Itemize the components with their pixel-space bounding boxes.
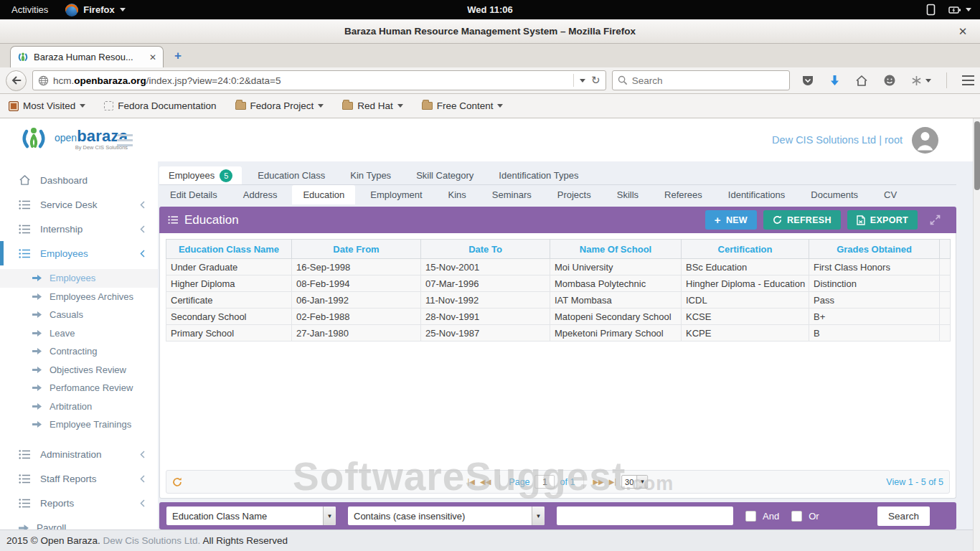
search-bar[interactable] <box>612 70 790 90</box>
new-button[interactable]: + NEW <box>705 210 757 230</box>
pager-prev-button[interactable]: ◀◀ <box>480 478 491 486</box>
export-button[interactable]: EXPORT <box>847 210 918 230</box>
system-menu[interactable] <box>948 5 971 15</box>
subtab-skills[interactable]: Skills <box>606 185 649 204</box>
page-number-input[interactable] <box>535 475 555 489</box>
refresh-button[interactable]: REFRESH <box>763 210 841 230</box>
tab-education-class[interactable]: Education Class <box>248 166 334 184</box>
submenu-item-arbitration[interactable]: Arbitration <box>0 397 158 416</box>
bookmark-free-content[interactable]: Free Content <box>422 100 504 111</box>
sidebar-item-employees[interactable]: Employees <box>0 241 158 265</box>
filter-field-select[interactable]: Education Class Name ▼ <box>166 507 336 525</box>
column-header[interactable]: Certification <box>682 240 809 259</box>
addon-menu[interactable] <box>911 75 931 86</box>
subtab-identifications[interactable]: Identifications <box>717 185 796 204</box>
filter-value-input[interactable] <box>557 507 733 525</box>
checkbox-icon[interactable] <box>745 511 756 522</box>
sidebar-item-dashboard[interactable]: Dashboard <box>0 168 158 192</box>
subtab-seminars[interactable]: Seminars <box>481 185 542 204</box>
bookmark-fedora-documentation[interactable]: Fedora Documentation <box>104 100 216 111</box>
subtab-address[interactable]: Address <box>232 185 288 204</box>
pager-first-button[interactable]: |◀ <box>468 478 475 486</box>
subtab-employment[interactable]: Employment <box>359 185 433 204</box>
subtab-education[interactable]: Education <box>292 185 355 204</box>
table-row[interactable]: Under Graduate16-Sep-1998 15-Nov-2001Moi… <box>166 259 951 276</box>
tab-close-icon[interactable]: ✕ <box>149 52 156 62</box>
subtab-projects[interactable]: Projects <box>547 185 602 204</box>
pager-next-button[interactable]: ▶▶ <box>593 478 603 486</box>
filter-operator-select[interactable]: Contains (case insensitive) ▼ <box>348 507 545 525</box>
menu-icon[interactable] <box>962 75 974 77</box>
column-header[interactable]: Date From <box>292 240 421 259</box>
page-size-select[interactable]: 30 ▼ <box>621 475 648 489</box>
bookmark-red-hat[interactable]: Red Hat <box>342 100 403 111</box>
browser-tab[interactable]: Baraza Human Resou... ✕ <box>10 46 164 67</box>
submenu-item-leave[interactable]: Leave <box>0 324 158 343</box>
tab-kin-types[interactable]: Kin Types <box>341 166 400 184</box>
table-row[interactable]: Higher Diploma08-Feb-1994 07-Mar-1996Mom… <box>166 276 951 292</box>
sidebar-item-administration[interactable]: Administration <box>0 443 158 467</box>
sidebar-item-internship[interactable]: Internship <box>0 217 158 241</box>
column-header[interactable]: Date To <box>421 240 550 259</box>
table-row[interactable]: Secondary School02-Feb-1988 28-Nov-1991M… <box>166 309 951 325</box>
clock[interactable]: Wed 11:06 <box>467 4 512 15</box>
sidebar-item-reports[interactable]: Reports <box>0 491 158 516</box>
search-input[interactable] <box>632 75 784 86</box>
submenu-item-objectives-review[interactable]: Objectives Review <box>0 361 158 380</box>
table-row[interactable]: Certificate06-Jan-1992 11-Nov-1992IAT Mo… <box>166 292 951 309</box>
arrow-right-icon <box>32 420 42 428</box>
checkbox-icon[interactable] <box>791 511 802 522</box>
subtab-kins[interactable]: Kins <box>438 185 477 204</box>
submenu-item-casuals[interactable]: Casuals <box>0 306 158 324</box>
new-tab-button[interactable]: + <box>174 49 182 63</box>
sidebar-item-staff-reports[interactable]: Staff Reports <box>0 467 158 491</box>
expand-icon[interactable] <box>930 215 941 225</box>
table-row[interactable]: Primary School27-Jan-1980 25-Nov-1987Mpe… <box>166 325 951 342</box>
chat-icon[interactable] <box>883 74 896 87</box>
download-icon[interactable] <box>829 75 840 87</box>
sidebar-item-service-desk[interactable]: Service Desk <box>0 192 158 217</box>
app-menu[interactable]: Firefox <box>65 4 125 17</box>
filter-or-checkbox[interactable]: Or <box>791 511 819 522</box>
subtab-documents[interactable]: Documents <box>800 185 869 204</box>
openbaraza-logo[interactable]: openbaraza By Dew CIS Solutions <box>19 125 128 154</box>
submenu-item-perfomance-review[interactable]: Perfomance Review <box>0 379 158 397</box>
subtab-referees[interactable]: Referees <box>654 185 713 204</box>
user-label[interactable]: Dew CIS Solutions Ltd | root <box>772 134 903 146</box>
urlbar-dropdown-icon[interactable] <box>580 79 585 83</box>
sub-tabs: Edit Details Address Education Employmen… <box>159 185 956 204</box>
list-icon <box>19 248 31 259</box>
submenu-item-employee-trainings[interactable]: Employee Trainings <box>0 415 158 434</box>
avatar[interactable] <box>912 127 938 154</box>
reload-icon[interactable]: ↻ <box>591 74 600 87</box>
search-button[interactable]: Search <box>877 507 930 526</box>
column-header[interactable]: Grades Obtained <box>809 240 940 259</box>
scrollbar-track[interactable] <box>973 118 980 551</box>
pocket-icon[interactable] <box>801 75 814 87</box>
bookmark-fedora-project[interactable]: Fedora Project <box>235 100 324 111</box>
submenu-item-employees-archives[interactable]: Employees Archives <box>0 288 158 306</box>
sidebar-toggle-icon[interactable] <box>117 134 133 136</box>
activities-button[interactable]: Activities <box>9 4 51 15</box>
tab-identification-types[interactable]: Identification Types <box>489 166 588 184</box>
screen-status-icon[interactable] <box>926 4 936 16</box>
subtab-cv[interactable]: CV <box>873 185 908 204</box>
home-icon[interactable] <box>855 75 868 87</box>
subtab-edit-details[interactable]: Edit Details <box>159 185 228 204</box>
url-bar[interactable]: hcm.openbaraza.org/index.jsp?view=24:0:2… <box>32 70 606 90</box>
tab-skill-category[interactable]: Skill Category <box>407 166 483 184</box>
pager-last-button[interactable]: ▶| <box>609 478 616 486</box>
tab-employees[interactable]: Employees 5 <box>159 166 242 184</box>
window-close-button[interactable]: ✕ <box>956 24 970 39</box>
scrollbar-thumb[interactable] <box>974 121 980 190</box>
sidebar-item-payroll[interactable]: Payroll <box>0 516 158 530</box>
back-button[interactable] <box>6 70 27 91</box>
grid-refresh-icon[interactable] <box>172 477 182 487</box>
filter-and-checkbox[interactable]: And <box>745 511 779 522</box>
column-header[interactable]: Name Of School <box>550 240 682 259</box>
submenu-item-employees[interactable]: Employees <box>0 269 158 288</box>
bookmark-most-visited[interactable]: Most Visited <box>9 100 85 111</box>
column-header[interactable]: Education Class Name <box>166 240 292 259</box>
brand-tagline: By Dew CIS Solutions <box>55 145 128 151</box>
submenu-item-contracting[interactable]: Contracting <box>0 342 158 361</box>
